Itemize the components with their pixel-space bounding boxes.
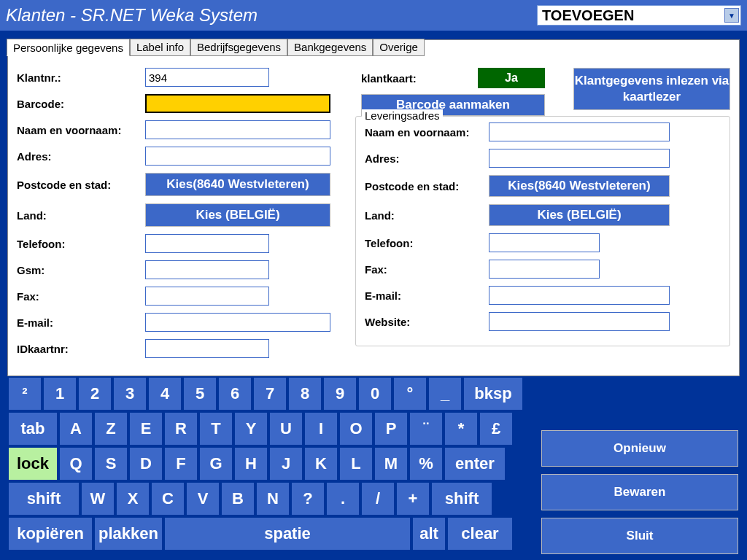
key-tab[interactable]: tab [9, 413, 57, 445]
naam-input[interactable] [145, 120, 330, 139]
key-bksp[interactable]: bksp [464, 378, 522, 410]
leveringsadres-legend: Leveringsadres [362, 109, 443, 122]
window-title: Klanten - SR.NET Weka System [6, 5, 537, 26]
key-[interactable]: . [327, 483, 359, 515]
key-v[interactable]: V [187, 483, 219, 515]
klantkaart-ja-button[interactable]: Ja [478, 68, 545, 88]
telefoon-input[interactable] [145, 234, 269, 253]
key-x[interactable]: X [117, 483, 149, 515]
key-[interactable]: _ [429, 378, 461, 410]
dlv-fax-input[interactable] [489, 260, 600, 279]
barcode-input[interactable] [145, 94, 330, 113]
key-y[interactable]: Y [235, 413, 267, 445]
key-shift[interactable]: shift [432, 483, 492, 515]
key-1[interactable]: 1 [44, 378, 76, 410]
key-j[interactable]: J [270, 448, 302, 480]
key-z[interactable]: Z [95, 413, 127, 445]
fax-input[interactable] [145, 287, 269, 306]
key-[interactable]: ° [394, 378, 426, 410]
key-[interactable]: % [410, 448, 442, 480]
key-8[interactable]: 8 [289, 378, 321, 410]
tab-persoonlijke[interactable]: Persoonlijke gegevens [7, 39, 130, 56]
key-u[interactable]: U [270, 413, 302, 445]
dlv-label-email: E-mail: [365, 289, 489, 302]
opnieuw-button[interactable]: Opnieuw [541, 430, 738, 467]
key-i[interactable]: I [305, 413, 337, 445]
key-a[interactable]: A [60, 413, 92, 445]
bewaren-button[interactable]: Bewaren [541, 474, 738, 510]
gsm-input[interactable] [145, 260, 269, 279]
key-[interactable]: £ [480, 413, 512, 445]
leveringsadres-fieldset: Leveringsadres Naam en voornaam: Adres: … [355, 116, 730, 346]
kies-postcode-button[interactable]: Kies(8640 Westvleteren) [145, 173, 330, 196]
key-t[interactable]: T [200, 413, 232, 445]
key-spatie[interactable]: spatie [165, 518, 410, 550]
key-5[interactable]: 5 [184, 378, 216, 410]
dlv-label-telefoon: Telefoon: [365, 237, 489, 249]
dlv-email-input[interactable] [489, 286, 670, 305]
email-input[interactable] [145, 313, 330, 332]
dlv-kies-postcode-button[interactable]: Kies(8640 Westvleteren) [489, 175, 670, 197]
kies-land-button[interactable]: Kies (BELGIË) [145, 203, 330, 227]
key-[interactable]: ¨ [410, 413, 442, 445]
key-o[interactable]: O [340, 413, 372, 445]
key-k[interactable]: K [305, 448, 337, 480]
adres-input[interactable] [145, 147, 330, 166]
key-p[interactable]: P [375, 413, 407, 445]
key-e[interactable]: E [130, 413, 162, 445]
key-s[interactable]: S [95, 448, 127, 480]
dlv-label-adres: Adres: [365, 152, 489, 165]
key-6[interactable]: 6 [219, 378, 251, 410]
tab-strip: Persoonlijke gegevens Label info Bedrijf… [7, 39, 425, 56]
key-lock[interactable]: lock [9, 448, 57, 480]
key-[interactable]: ? [292, 483, 324, 515]
key-[interactable]: * [445, 413, 477, 445]
key-shift[interactable]: shift [9, 483, 79, 515]
dlv-naam-input[interactable] [489, 122, 670, 141]
key-r[interactable]: R [165, 413, 197, 445]
key-q[interactable]: Q [60, 448, 92, 480]
key-plakken[interactable]: plakken [95, 518, 162, 550]
dlv-telefoon-input[interactable] [489, 233, 600, 252]
sluit-button[interactable]: Sluit [541, 518, 738, 554]
key-f[interactable]: F [165, 448, 197, 480]
key-9[interactable]: 9 [324, 378, 356, 410]
key-[interactable]: / [362, 483, 394, 515]
key-3[interactable]: 3 [114, 378, 146, 410]
key-enter[interactable]: enter [445, 448, 505, 480]
dlv-website-input[interactable] [489, 312, 670, 331]
key-n[interactable]: N [257, 483, 289, 515]
key-d[interactable]: D [130, 448, 162, 480]
key-kopiren[interactable]: kopiëren [9, 518, 92, 550]
key-2[interactable]: 2 [79, 378, 111, 410]
key-b[interactable]: B [222, 483, 254, 515]
mode-dropdown-value: TOEVOEGEN [538, 7, 724, 24]
key-0[interactable]: 0 [359, 378, 391, 410]
mode-dropdown[interactable]: TOEVOEGEN ▼ [537, 5, 741, 26]
key-g[interactable]: G [200, 448, 232, 480]
key-m[interactable]: M [375, 448, 407, 480]
idkaart-input[interactable] [145, 339, 269, 358]
key-h[interactable]: H [235, 448, 267, 480]
label-adres: Adres: [17, 150, 145, 163]
key-4[interactable]: 4 [149, 378, 181, 410]
tab-label-info[interactable]: Label info [130, 39, 190, 56]
label-land: Land: [17, 209, 145, 222]
key-[interactable]: ² [9, 378, 41, 410]
klantnr-input[interactable] [145, 68, 269, 87]
tab-bedrijfsgegevens[interactable]: Bedrijfsgegevens [190, 39, 287, 56]
label-telefoon: Telefoon: [17, 238, 145, 250]
key-w[interactable]: W [82, 483, 114, 515]
klantgegevens-button[interactable]: Klantgegevens inlezen via kaartlezer [573, 68, 730, 110]
label-email: E-mail: [17, 316, 145, 329]
tab-overige[interactable]: Overige [373, 39, 425, 56]
dlv-kies-land-button[interactable]: Kies (BELGIË) [489, 204, 670, 226]
key-7[interactable]: 7 [254, 378, 286, 410]
key-c[interactable]: C [152, 483, 184, 515]
key-l[interactable]: L [340, 448, 372, 480]
tab-bankgegevens[interactable]: Bankgegevens [287, 39, 373, 56]
key-alt[interactable]: alt [413, 518, 445, 550]
dlv-adres-input[interactable] [489, 149, 670, 168]
key-[interactable]: + [397, 483, 429, 515]
key-clear[interactable]: clear [448, 518, 512, 550]
